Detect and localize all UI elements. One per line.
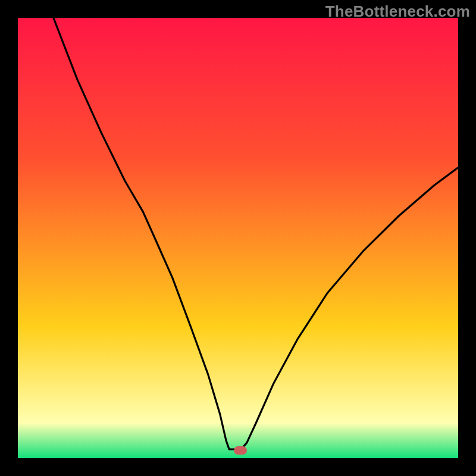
attribution-text: TheBottleneck.com — [325, 2, 470, 21]
bottleneck-curve — [18, 18, 458, 458]
chart-frame: TheBottleneck.com — [0, 0, 476, 476]
plot-area — [18, 18, 458, 458]
optimum-marker — [234, 446, 247, 455]
